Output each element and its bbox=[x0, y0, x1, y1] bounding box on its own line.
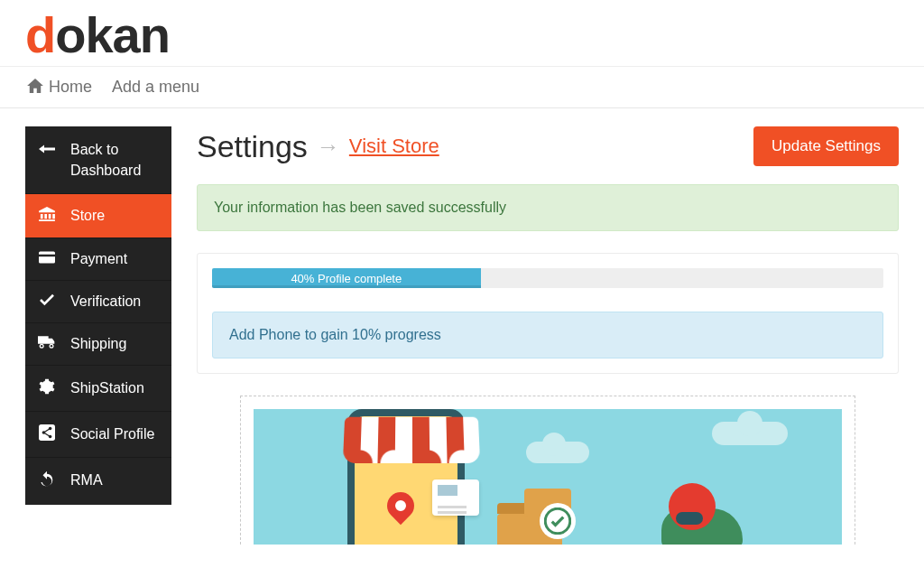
sidebar-payment-label: Payment bbox=[70, 251, 127, 267]
nav-home-label: Home bbox=[49, 78, 92, 97]
window-card-illustration bbox=[432, 480, 479, 516]
sidebar: Back to Dashboard Store Payment Verifica… bbox=[25, 126, 171, 505]
sidebar-item-store[interactable]: Store bbox=[25, 194, 171, 238]
update-settings-button[interactable]: Update Settings bbox=[753, 126, 899, 166]
svg-rect-1 bbox=[39, 255, 55, 256]
arrow-right-icon: → bbox=[317, 133, 340, 161]
cloud-icon bbox=[712, 422, 788, 445]
sidebar-verification-label: Verification bbox=[70, 293, 141, 310]
progress-fill: 40% Profile complete bbox=[212, 268, 481, 288]
gear-icon bbox=[38, 378, 56, 398]
top-nav: Home Add a menu bbox=[0, 66, 924, 108]
sidebar-item-shipping[interactable]: Shipping bbox=[25, 323, 171, 366]
page-title: Settings → Visit Store bbox=[197, 129, 439, 164]
sidebar-store-label: Store bbox=[70, 208, 105, 224]
sidebar-back-line1: Back to bbox=[70, 142, 118, 157]
nav-home[interactable]: Home bbox=[27, 78, 92, 97]
brand-rest: okan bbox=[55, 6, 170, 63]
sidebar-rma-label: RMA bbox=[70, 472, 103, 489]
svg-rect-0 bbox=[39, 252, 55, 264]
page-title-text: Settings bbox=[197, 129, 308, 164]
sidebar-item-verification[interactable]: Verification bbox=[25, 281, 171, 323]
svg-point-5 bbox=[51, 345, 52, 347]
card-icon bbox=[38, 251, 56, 267]
progress-hint-text: Add Phone to gain 10% progress bbox=[229, 327, 441, 342]
progress-hint: Add Phone to gain 10% progress bbox=[212, 312, 883, 358]
sidebar-shipstation-label: ShipStation bbox=[70, 380, 144, 396]
nav-add-menu-label: Add a menu bbox=[112, 78, 199, 97]
cloud-icon bbox=[526, 442, 589, 463]
svg-point-3 bbox=[41, 345, 42, 347]
check-badge-icon bbox=[540, 503, 576, 539]
helmet-icon bbox=[669, 483, 716, 530]
sidebar-back-line2: Dashboard bbox=[70, 163, 141, 178]
store-banner-image bbox=[254, 409, 842, 545]
progress-card: 40% Profile complete Add Phone to gain 1… bbox=[197, 253, 899, 374]
sidebar-social-label: Social Profile bbox=[70, 426, 154, 442]
share-icon bbox=[38, 424, 56, 444]
svg-rect-6 bbox=[39, 424, 55, 441]
nav-add-menu[interactable]: Add a menu bbox=[112, 78, 199, 97]
bank-icon bbox=[38, 207, 56, 225]
content: Settings → Visit Store Update Settings Y… bbox=[197, 126, 899, 545]
check-icon bbox=[38, 293, 56, 310]
brand-logo: dokan bbox=[0, 0, 924, 66]
content-header: Settings → Visit Store Update Settings bbox=[197, 126, 899, 166]
banner-upload-area[interactable] bbox=[240, 396, 855, 545]
sidebar-item-shipstation[interactable]: ShipStation bbox=[25, 366, 171, 412]
awning-illustration bbox=[343, 417, 480, 463]
success-alert: Your information has been saved successf… bbox=[197, 184, 899, 231]
progress-bar: 40% Profile complete bbox=[212, 268, 883, 288]
sidebar-shipping-label: Shipping bbox=[70, 336, 126, 352]
undo-icon bbox=[38, 470, 56, 490]
home-icon bbox=[27, 79, 43, 96]
visit-store-link[interactable]: Visit Store bbox=[349, 135, 439, 158]
truck-icon bbox=[38, 336, 56, 352]
sidebar-item-payment[interactable]: Payment bbox=[25, 238, 171, 281]
sidebar-item-rma[interactable]: RMA bbox=[25, 458, 171, 505]
brand-first-letter: d bbox=[25, 6, 55, 63]
sidebar-item-back[interactable]: Back to Dashboard bbox=[25, 126, 171, 194]
progress-label: 40% Profile complete bbox=[291, 272, 402, 285]
success-alert-text: Your information has been saved successf… bbox=[214, 200, 506, 215]
sidebar-item-social[interactable]: Social Profile bbox=[25, 412, 171, 458]
arrow-left-icon bbox=[38, 139, 56, 160]
